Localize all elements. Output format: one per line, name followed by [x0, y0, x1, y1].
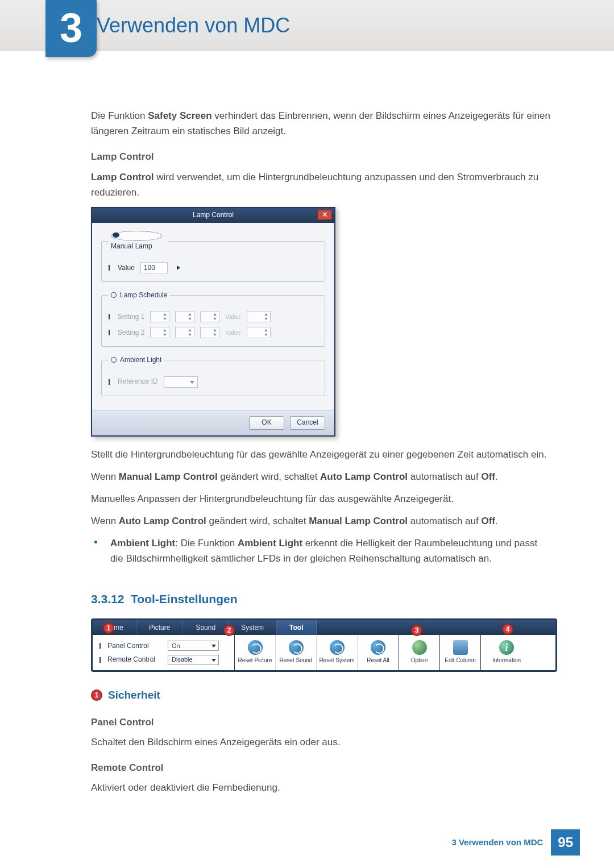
text: geändert wird, schaltet: [218, 471, 320, 482]
reset-sound-button[interactable]: Reset Sound: [276, 635, 317, 670]
reference-dropdown[interactable]: [164, 376, 198, 388]
page-footer: 3 Verwenden von MDC 95: [451, 829, 580, 855]
reset-picture-button[interactable]: Reset Picture: [235, 635, 276, 670]
remote-control-select[interactable]: Disable: [168, 655, 219, 665]
text: .: [495, 471, 498, 482]
reset-sound-icon: [289, 640, 304, 655]
term: Manual Lamp Control: [309, 516, 408, 526]
setting1-hour[interactable]: [150, 311, 169, 322]
dialog-body: Manual Lamp Value 100 Lamp Schedule Sett…: [92, 223, 334, 410]
value-row: Value 100: [109, 262, 318, 273]
setting2-value[interactable]: [247, 327, 271, 338]
row-marker: [109, 330, 110, 335]
reset-system-button[interactable]: Reset System: [317, 635, 358, 670]
toolbar-tabs: Home Picture Sound System Tool: [93, 620, 555, 635]
apply-value-icon[interactable]: [177, 265, 180, 270]
edit-column-label: Edit Column: [445, 656, 475, 665]
setting1-row: Setting 1 Value: [109, 311, 318, 322]
setting1-label: Setting 1: [118, 312, 144, 322]
bullet-item-ambient-light: Ambient Light: Die Funktion Ambient Ligh…: [110, 535, 551, 566]
footer-chapter-text: 3 Verwenden von MDC: [451, 836, 543, 849]
cancel-button[interactable]: Cancel: [290, 416, 325, 430]
information-button[interactable]: Information: [481, 635, 532, 670]
ok-button[interactable]: OK: [249, 416, 284, 430]
panel-control-select[interactable]: On: [168, 641, 219, 651]
lamp-control-paragraph: Lamp Control wird verwendet, um die Hint…: [91, 169, 551, 200]
legend-text: Ambient Light: [120, 356, 161, 364]
legend-text: Lamp Schedule: [120, 291, 167, 299]
panel-control-description: Schaltet den Bildschirm eines Anzeigeger…: [91, 734, 551, 750]
manual-lamp-group: Manual Lamp Value 100: [101, 231, 325, 282]
reset-all-icon: [371, 640, 385, 655]
dialog-footer: OK Cancel: [92, 410, 334, 435]
row-marker: [109, 265, 110, 271]
lamp-schedule-group: Lamp Schedule Setting 1 Value Setting 2: [101, 290, 325, 347]
option-button[interactable]: Option: [399, 635, 440, 670]
remote-control-description: Aktiviert oder deaktiviert die Fernbedie…: [91, 780, 551, 795]
manual-lamp-radio[interactable]: [111, 231, 162, 241]
setting1-min[interactable]: [175, 311, 194, 322]
text: .: [495, 516, 498, 526]
section-heading: 3.3.12 Tool-Einstellungen: [91, 589, 551, 609]
lamp-schedule-radio[interactable]: [111, 292, 117, 298]
reset-all-label: Reset All: [367, 656, 389, 665]
intro-paragraph: Die Funktion Safety Screen verhindert da…: [91, 108, 551, 139]
reset-picture-icon: [248, 640, 263, 655]
value-input[interactable]: 100: [140, 262, 168, 273]
panel-control-row: Panel Control On: [99, 641, 229, 651]
sicherheit-heading: 1 Sicherheit: [91, 687, 551, 704]
lamp-control-dialog: Lamp Control ✕ Manual Lamp Value 100 Lam…: [91, 207, 335, 437]
term: Manual Lamp Control: [119, 471, 218, 482]
toolbar-body: Panel Control On Remote Control Disable …: [93, 635, 555, 670]
information-label: Information: [492, 656, 521, 665]
page-title: Verwenden von MDC: [97, 9, 290, 42]
tab-picture[interactable]: Picture: [136, 620, 183, 635]
edit-column-icon: [453, 640, 468, 655]
paragraph: Wenn Manual Lamp Control geändert wird, …: [91, 469, 551, 484]
setting2-sec[interactable]: [200, 327, 219, 338]
sicherheit-title-text: Sicherheit: [108, 687, 160, 704]
reference-label: Reference ID: [118, 376, 158, 387]
dialog-titlebar: Lamp Control ✕: [92, 208, 334, 223]
term: Ambient Light: [110, 538, 175, 549]
tab-home[interactable]: Home: [93, 620, 136, 635]
setting2-row: Setting 2 Value: [109, 327, 318, 338]
section-number: 3.3.12: [91, 592, 124, 605]
lamp-schedule-legend: Lamp Schedule: [109, 290, 169, 301]
term: Off: [481, 471, 495, 482]
ambient-light-radio[interactable]: [111, 357, 117, 363]
text: automatisch auf: [408, 471, 481, 482]
option-label: Option: [411, 656, 428, 665]
setting2-hour[interactable]: [150, 327, 169, 338]
text: automatisch auf: [408, 516, 481, 526]
edit-column-button[interactable]: Edit Column: [440, 635, 481, 670]
term: Ambient Light: [238, 538, 302, 549]
row-marker: [99, 643, 101, 649]
text: : Die Funktion: [175, 538, 238, 549]
setting1-value[interactable]: [247, 311, 271, 322]
row-marker: [109, 314, 110, 319]
tab-system[interactable]: System: [229, 620, 277, 635]
setting2-label: Setting 2: [118, 327, 144, 338]
chapter-badge: 3: [45, 0, 97, 57]
reset-all-button[interactable]: Reset All: [358, 635, 399, 670]
paragraph: Wenn Auto Lamp Control geändert wird, sc…: [91, 513, 551, 529]
term: Auto Lamp Control: [320, 471, 408, 482]
remote-control-row: Remote Control Disable: [99, 654, 229, 665]
bullet-list: Ambient Light: Die Funktion Ambient Ligh…: [91, 535, 551, 566]
option-icon: [412, 640, 427, 655]
setting1-sec[interactable]: [200, 311, 219, 322]
reset-system-label: Reset System: [319, 656, 354, 665]
close-icon[interactable]: ✕: [317, 210, 332, 220]
text: Wenn: [91, 516, 119, 526]
paragraph: Manuelles Anpassen der Hintergrundbeleuc…: [91, 491, 551, 506]
row-marker: [109, 379, 110, 385]
manual-lamp-legend: Manual Lamp: [109, 231, 168, 252]
callout-1-inline: 1: [91, 690, 102, 701]
lamp-control-term: Lamp Control: [91, 172, 154, 182]
tab-tool[interactable]: Tool: [277, 620, 316, 635]
setting2-min[interactable]: [175, 327, 194, 338]
term: Auto Lamp Control: [119, 516, 206, 526]
text: wird verwendet, um die Hintergrundbeleuc…: [91, 172, 538, 198]
tab-sound[interactable]: Sound: [183, 620, 229, 635]
